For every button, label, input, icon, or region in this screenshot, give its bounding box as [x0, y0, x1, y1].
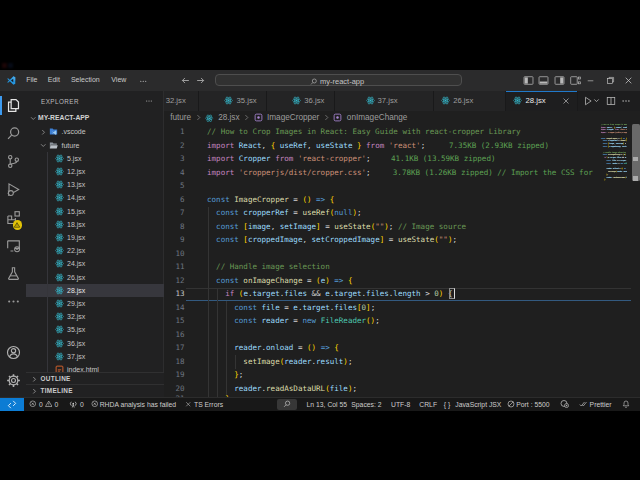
line-number: 2 — [164, 139, 185, 153]
source-control-icon[interactable] — [6, 154, 21, 169]
status-0[interactable]: 0 — [55, 398, 59, 411]
ellipsis-icon[interactable] — [6, 294, 21, 309]
more-menu-icon[interactable] — [139, 77, 148, 86]
status-crlf[interactable]: CRLF — [419, 398, 437, 411]
code-token: useState — [398, 235, 434, 244]
code-line-9: 9 const [croppedImage, setCroppedImage] … — [164, 233, 640, 247]
status--[interactable]: { } — [444, 398, 450, 411]
react-icon — [55, 193, 64, 202]
breadcrumb-item[interactable]: ImageCropper — [254, 113, 320, 122]
bell-icon[interactable] — [622, 400, 630, 408]
play-icon[interactable] — [583, 96, 593, 106]
code-token — [207, 235, 216, 244]
code-token: from — [275, 154, 293, 163]
status-0[interactable]: 0 — [39, 398, 43, 411]
nav-back-icon[interactable] — [181, 76, 190, 85]
code-line-5: 5 — [164, 179, 640, 193]
code-text: reader.onload = () => { — [207, 341, 339, 355]
gear-icon[interactable] — [6, 373, 21, 388]
code-text: setImage(reader.result); — [207, 355, 352, 369]
code-token: => — [334, 276, 343, 285]
warning-triangle-icon[interactable] — [45, 400, 53, 408]
search-icon[interactable] — [283, 400, 291, 408]
tab-37-jsx[interactable]: 37.jsx — [335, 91, 435, 111]
split-editor-icon[interactable] — [606, 96, 616, 106]
tree-item-label: 22.jsx — [67, 247, 85, 254]
command-center[interactable]: my-react-app — [215, 74, 463, 86]
more-actions-icon[interactable] — [145, 97, 153, 105]
code-token: () — [302, 195, 311, 204]
files-icon[interactable] — [6, 98, 21, 113]
status-0[interactable]: 0 — [80, 398, 84, 411]
status-ln-13-col-55[interactable]: Ln 13, Col 55 — [307, 398, 347, 411]
video-artifact — [8, 63, 13, 68]
tree-item-label: 28.jsx — [67, 287, 85, 294]
menu-edit[interactable]: Edit — [48, 70, 60, 91]
code-token — [207, 222, 216, 231]
search-icon[interactable] — [6, 126, 21, 141]
close-icon[interactable] — [185, 401, 192, 408]
code-token: ; — [421, 141, 426, 150]
ellipsis-icon[interactable] — [621, 96, 631, 106]
layout-panel-icon[interactable] — [538, 75, 549, 86]
code-token: from — [366, 141, 384, 150]
status-spaces-2[interactable]: Spaces: 2 — [351, 398, 381, 411]
beaker-icon[interactable] — [6, 266, 21, 281]
layout-sidebar-right-icon[interactable] — [554, 75, 565, 86]
code-token: = — [289, 208, 303, 217]
section-outline[interactable]: OUTLINE — [26, 372, 164, 384]
code-token: => — [321, 343, 330, 352]
tab-26-jsx[interactable]: 26.jsx — [434, 91, 506, 111]
remote-indicator[interactable] — [0, 398, 24, 411]
error-circle-icon[interactable] — [91, 400, 99, 408]
scrollbar-thumb[interactable] — [632, 124, 640, 181]
debug-icon[interactable] — [6, 182, 21, 197]
close-icon[interactable] — [624, 76, 633, 85]
tree-root[interactable]: MY-REACT-APP — [26, 111, 164, 124]
tab-35-jsx[interactable]: 35.jsx — [199, 91, 267, 111]
circle-slash-icon[interactable] — [507, 400, 515, 408]
chevron-right-icon — [195, 114, 202, 121]
section-timeline[interactable]: TIMELINE — [26, 384, 164, 396]
breadcrumb[interactable]: future28.jsxImageCropperonImageChange — [164, 111, 640, 126]
double-check-icon[interactable] — [579, 400, 587, 408]
tree-item-future[interactable]: future — [26, 139, 164, 152]
menu-selection[interactable]: Selection — [71, 70, 100, 91]
breadcrumb-item[interactable]: future — [170, 113, 191, 122]
code-token: files — [366, 289, 389, 298]
restore-icon[interactable] — [606, 76, 615, 85]
tab-bar: 32.jsx35.jsx36.jsx37.jsx26.jsx28.jsx — [164, 91, 640, 111]
code-token: croppedImage — [609, 145, 620, 147]
tree-item-label: .vscode — [62, 128, 86, 135]
remote-explorer-icon[interactable] — [6, 238, 21, 253]
status-rhda-analysis-has-failed[interactable]: RHDA analysis has failed — [100, 398, 176, 411]
chevron-down-icon[interactable] — [593, 97, 600, 104]
status-utf-8[interactable]: UTF-8 — [391, 398, 410, 411]
breadcrumb-item[interactable]: 28.jsx — [205, 113, 239, 122]
code-token: { — [330, 195, 335, 204]
error-circle-icon[interactable] — [29, 400, 37, 408]
layout-sidebar-left-icon[interactable] — [523, 75, 534, 86]
menu-view[interactable]: View — [111, 70, 126, 91]
breadcrumb-item[interactable]: onImageChange — [333, 113, 407, 122]
tab-28-jsx[interactable]: 28.jsx — [506, 91, 578, 111]
status-port-5500[interactable]: Port : 5500 — [516, 398, 549, 411]
code-editor[interactable]: 1// How to Crop Images in React: Easy Gu… — [164, 125, 640, 397]
layout-customize-icon[interactable] — [570, 75, 581, 86]
feedback-icon[interactable] — [560, 399, 570, 409]
minimize-icon[interactable] — [586, 76, 595, 85]
minimap[interactable]: // How to Crop Images in React: Easy Gui… — [600, 123, 627, 181]
tab-32-jsx[interactable]: 32.jsx — [164, 91, 199, 111]
status-prettier[interactable]: Prettier — [590, 398, 612, 411]
tree-item-vscode[interactable]: .vscode — [26, 125, 164, 138]
code-text: const [image, setImage] = useState(""); … — [207, 220, 466, 234]
status-javascript-jsx[interactable]: JavaScript JSX — [455, 398, 501, 411]
extensions-warning-badge — [13, 220, 23, 230]
status-ts-errors[interactable]: TS Errors — [194, 398, 223, 411]
nav-forward-icon[interactable] — [196, 76, 205, 85]
tab-36-jsx[interactable]: 36.jsx — [267, 91, 335, 111]
menu-file[interactable]: File — [26, 70, 37, 91]
close-icon[interactable] — [562, 97, 570, 105]
account-icon[interactable] — [6, 345, 21, 360]
broadcast-icon[interactable] — [69, 400, 78, 409]
